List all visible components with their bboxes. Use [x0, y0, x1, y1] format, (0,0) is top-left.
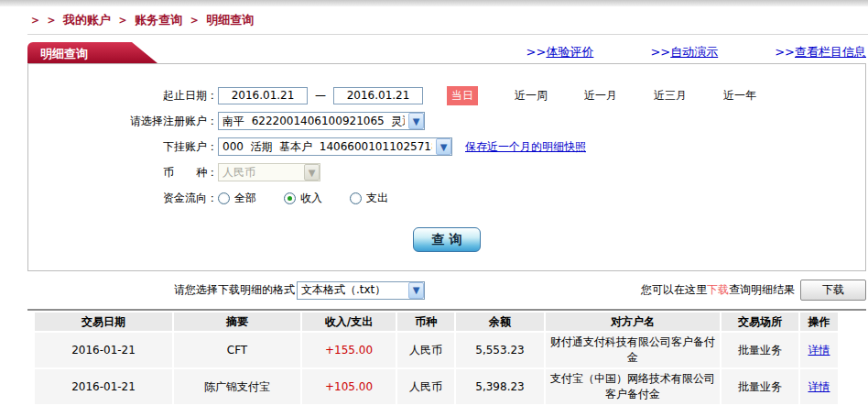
flow-option-all-label: 全部: [234, 191, 256, 206]
link-prefix: >>: [526, 45, 547, 59]
sub-account-select[interactable]: 000 活期 基本户 1406600101102571848 ▼: [218, 137, 452, 156]
cell-currency: 人民币: [397, 333, 454, 368]
download-format-group: 请您选择下载明细的格式 文本格式（.txt） ▼: [174, 281, 425, 300]
flow-option-expense-label: 支出: [366, 191, 388, 206]
download-format-value: 文本格式（.txt）: [301, 282, 405, 298]
cell-action: 详情: [800, 369, 838, 404]
col-header-currency: 币种: [397, 313, 454, 331]
detail-link[interactable]: 详情: [808, 344, 830, 357]
cell-venue: 批量业务: [722, 333, 798, 368]
tab-bar: 明细查询 >>体验评价 >>自动演示 >>查看栏目信息: [27, 42, 866, 63]
link-experience-rating[interactable]: >>体验评价: [526, 44, 594, 60]
link-prefix: >>: [775, 45, 795, 59]
col-header-trade-date: 交易日期: [35, 313, 172, 331]
download-hint-group: 您可以在这里下载查询明细结果 下载: [641, 280, 866, 301]
query-form-panel: 起止日期： — 当日 近一周 近一月 近三月 近一年 请选择注册账户： 南平 6…: [27, 63, 866, 271]
dropdown-arrow-icon[interactable]: ▼: [408, 113, 424, 129]
cell-summary: CFT: [174, 333, 300, 368]
cell-balance: 5,553.23: [456, 333, 544, 368]
top-gradient-strip: [0, 0, 868, 6]
query-button[interactable]: 查 询: [413, 227, 481, 252]
link-label: 自动演示: [670, 45, 718, 59]
quick-range-month-button[interactable]: 近一月: [584, 88, 617, 104]
date-range-row: 起止日期： — 当日 近一周 近一月 近三月 近一年: [28, 82, 865, 108]
quick-range-year-button[interactable]: 近一年: [723, 88, 756, 104]
date-from-input[interactable]: [218, 87, 308, 104]
quick-range-today-button[interactable]: 当日: [447, 86, 478, 105]
download-hint-link[interactable]: 下载: [707, 282, 729, 298]
cell-action: 详情: [800, 333, 838, 368]
save-monthly-snapshot-link[interactable]: 保存近一个月的明细快照: [465, 139, 586, 155]
fund-flow-options: 全部 收入 支出: [218, 191, 416, 206]
currency-select-disabled: 人民币 ▼: [218, 163, 320, 181]
breadcrumb-item-detail-query: 明细查询: [206, 13, 254, 27]
flow-option-all[interactable]: 全部: [218, 191, 256, 206]
sub-account-row: 下挂账户： 000 活期 基本户 1406600101102571848 ▼ 保…: [28, 134, 865, 159]
date-dash: —: [315, 89, 326, 102]
tab-detail-query[interactable]: 明细查询: [27, 42, 157, 63]
date-to-input[interactable]: [333, 87, 423, 104]
dropdown-arrow-icon: ▼: [304, 164, 320, 181]
table-row: 2016-01-21 陈广锦支付宝 +105.00 人民币 5,398.23 支…: [35, 369, 838, 404]
cell-trade-date: 2016-01-21: [35, 369, 172, 404]
download-format-select[interactable]: 文本格式（.txt） ▼: [297, 281, 425, 300]
header-links: >>体验评价 >>自动演示 >>查看栏目信息: [470, 44, 866, 63]
sub-account-value: 000 活期 基本户 1406600101102571848: [222, 139, 432, 155]
download-format-label: 请您选择下载明细的格式: [174, 282, 295, 298]
radio-checked-icon[interactable]: [284, 192, 296, 204]
link-label: 体验评价: [546, 45, 593, 59]
currency-value: 人民币: [222, 165, 300, 181]
cell-venue: 批量业务: [722, 369, 798, 404]
fund-flow-row: 资金流向： 全部 收入 支出: [28, 185, 865, 211]
cell-amount: +155.00: [302, 333, 396, 368]
cell-trade-date: 2016-01-21: [35, 333, 172, 368]
link-auto-demo[interactable]: >>自动演示: [650, 44, 718, 60]
cell-currency: 人民币: [397, 369, 454, 404]
flow-option-income[interactable]: 收入: [284, 191, 322, 206]
col-header-venue: 交易场所: [722, 313, 798, 331]
detail-link[interactable]: 详情: [808, 380, 830, 393]
quick-range-quarter-button[interactable]: 近三月: [654, 88, 687, 104]
dropdown-arrow-icon[interactable]: ▼: [408, 282, 424, 299]
download-button[interactable]: 下载: [800, 280, 866, 301]
table-header-row: 交易日期 摘要 收入/支出 币种 余额 对方户名 交易场所 操作: [35, 313, 838, 331]
breadcrumb-prefix: ＞ ＞: [29, 13, 58, 27]
dropdown-arrow-icon[interactable]: ▼: [436, 138, 451, 155]
download-row: 请您选择下载明细的格式 文本格式（.txt） ▼ 您可以在这里下载查询明细结果 …: [27, 271, 866, 309]
download-hint-pre: 您可以在这里: [641, 282, 707, 298]
breadcrumb-item-my-account[interactable]: 我的账户: [63, 13, 111, 27]
sub-account-label: 下挂账户：: [28, 139, 218, 155]
link-view-column-info[interactable]: >>查看栏目信息: [775, 44, 866, 60]
date-range-label: 起止日期：: [28, 88, 218, 104]
link-label: 查看栏目信息: [795, 45, 866, 59]
registered-account-select[interactable]: 南平 6222001406100921065 灵通卡 ▼: [218, 112, 425, 130]
radio-unchecked-icon[interactable]: [218, 192, 230, 204]
breadcrumb-item-account-query[interactable]: 账务查询: [135, 13, 182, 27]
registered-account-row: 请选择注册账户： 南平 6222001406100921065 灵通卡 ▼: [28, 108, 865, 134]
registered-account-label: 请选择注册账户：: [28, 114, 218, 129]
col-header-counterparty: 对方户名: [546, 313, 720, 331]
cell-counterparty: 支付宝（中国）网络技术有限公司客户备付金: [546, 369, 720, 404]
breadcrumb: ＞ ＞ 我的账户 ＞ 账务查询 ＞ 明细查询: [0, 6, 868, 34]
cell-counterparty: 财付通支付科技有限公司客户备付金: [546, 333, 720, 368]
link-prefix: >>: [650, 45, 670, 59]
fund-flow-label: 资金流向：: [28, 191, 218, 206]
breadcrumb-divider: [27, 34, 868, 35]
cell-amount: +105.00: [302, 369, 396, 404]
quick-range-week-button[interactable]: 近一周: [515, 88, 548, 104]
col-header-action: 操作: [800, 313, 838, 331]
cell-balance: 5,398.23: [456, 369, 544, 404]
col-header-summary: 摘要: [174, 313, 300, 331]
download-hint-post: 查询明细结果: [729, 282, 795, 298]
table-row: 2016-01-21 CFT +155.00 人民币 5,553.23 财付通支…: [35, 333, 838, 368]
cell-summary: 陈广锦支付宝: [174, 369, 300, 404]
registered-account-value: 南平 6222001406100921065 灵通卡: [222, 114, 405, 129]
transaction-table: 交易日期 摘要 收入/支出 币种 余额 对方户名 交易场所 操作 2016-01…: [33, 311, 840, 406]
currency-row: 币 种： 人民币 ▼: [28, 159, 865, 185]
col-header-amount: 收入/支出: [302, 313, 396, 331]
flow-option-expense[interactable]: 支出: [350, 191, 388, 206]
breadcrumb-separator: ＞: [189, 13, 201, 27]
radio-unchecked-icon[interactable]: [350, 192, 362, 204]
col-header-balance: 余额: [456, 313, 544, 331]
breadcrumb-separator: ＞: [117, 13, 129, 27]
